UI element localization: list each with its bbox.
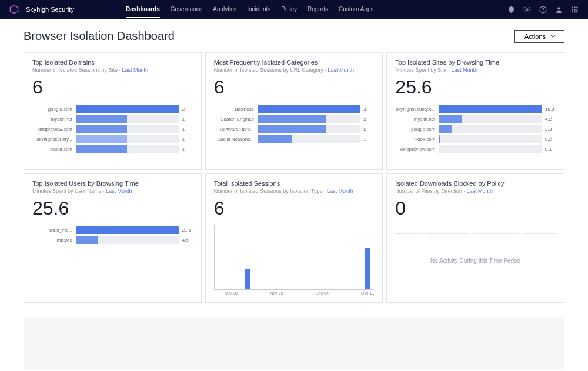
bar-value: 18.9 (544, 106, 556, 112)
empty-state: No Activity During this Time Period (395, 233, 556, 288)
bar-fill (439, 125, 451, 133)
nav-dashboards[interactable]: Dashboards (126, 1, 160, 18)
bar-row: mysitn.net1 (32, 114, 193, 124)
column-bar (245, 269, 250, 289)
nav-custom-apps[interactable]: Custom Apps (339, 1, 373, 18)
card-metric: 6 (214, 76, 375, 98)
card-title: Top Isolated Sites by Browsing Time (395, 59, 556, 66)
card-downloads-blocked[interactable]: Isolated Downloads Blocked by Policy Num… (386, 173, 564, 303)
bar-row: skyhighsecurity.c...18.9 (395, 104, 556, 114)
card-metric: 25.6 (395, 76, 556, 98)
apps-grid-icon[interactable] (571, 6, 579, 14)
x-tick: Nov 25 (270, 291, 283, 295)
navbar-left: Skyhigh Security DashboardsGovernanceAna… (9, 1, 373, 18)
card-top-domains[interactable]: Top Isolated Domains Number of Isolated … (24, 52, 202, 170)
bar-row: Search Engines2 (214, 114, 375, 124)
bar-row: mysitn.net4.2 (395, 114, 556, 124)
bar-label: google.com (32, 106, 74, 112)
user-icon[interactable] (555, 6, 563, 14)
bar-label: skyhighsecurity... (32, 136, 74, 142)
bar-fill (439, 115, 462, 123)
bar-track (76, 115, 179, 123)
card-total-sessions[interactable]: Total Isolated Sessions Number of Isolat… (205, 173, 383, 303)
bar-row: oktapreview.com0.1 (395, 144, 556, 154)
bar-row: tarun_ma...21.1 (32, 225, 193, 235)
bar-fill (76, 236, 98, 244)
card-subtitle: Number of Isolated Sessions by Site · La… (32, 67, 193, 73)
bar-fill (76, 226, 179, 234)
nav-governance[interactable]: Governance (171, 1, 202, 18)
bar-fill (76, 125, 127, 133)
bar-value: 0.2 (544, 136, 556, 142)
svg-marker-0 (10, 5, 18, 13)
card-title: Total Isolated Sessions (214, 180, 375, 187)
bar-label: google.com (395, 126, 436, 132)
card-subtitle: Number of Files by Direction · Last Mont… (395, 188, 556, 194)
bar-value: 1 (181, 146, 193, 152)
x-tick: Nov 20 (225, 291, 238, 295)
bar-label: tiktok.com (395, 136, 436, 142)
bar-track (258, 115, 360, 123)
page-title: Browser Isolation Dashboard (24, 29, 175, 43)
top-navbar: Skyhigh Security DashboardsGovernanceAna… (0, 0, 588, 19)
bar-fill (439, 135, 440, 143)
bar-row: tiktok.com0.2 (395, 134, 556, 144)
bar-fill (76, 135, 127, 143)
bar-label: oktapreview.com (395, 146, 436, 152)
svg-rect-6 (574, 6, 575, 8)
svg-rect-9 (574, 9, 575, 10)
card-metric: 0 (395, 198, 556, 219)
bar-value: 2.3 (544, 126, 556, 132)
nav-policy[interactable]: Policy (281, 1, 297, 18)
svg-rect-12 (574, 11, 575, 12)
card-top-users-time[interactable]: Top Isolated Users by Browsing Time Minu… (24, 173, 202, 303)
bar-value: 21.1 (181, 228, 193, 233)
bar-track (76, 226, 179, 234)
bar-value: 2 (362, 126, 374, 132)
svg-rect-8 (572, 9, 573, 10)
bar-label: skyhighsecurity.c... (395, 106, 436, 112)
help-icon[interactable]: ? (539, 6, 547, 14)
logo-icon (9, 5, 19, 14)
bar-fill (76, 145, 127, 153)
svg-point-1 (526, 8, 528, 10)
card-top-categories[interactable]: Most Frequently Isolated Categories Numb… (205, 52, 383, 170)
svg-rect-7 (576, 6, 577, 8)
bar-fill (76, 115, 127, 123)
bar-row: mcafee4.5 (32, 235, 193, 245)
bar-label: mysitn.net (395, 116, 436, 122)
actions-label: Actions (524, 33, 546, 40)
page-header: Browser Isolation Dashboard Actions (0, 19, 588, 49)
x-tick: Dec 11 (361, 291, 374, 295)
column-bar (365, 248, 370, 289)
card-metric: 6 (32, 76, 193, 98)
bar-track (76, 236, 179, 244)
card-top-sites-time[interactable]: Top Isolated Sites by Browsing Time Minu… (386, 52, 564, 170)
main-nav: DashboardsGovernanceAnalyticsIncidentsPo… (126, 1, 374, 18)
shield-icon[interactable] (507, 6, 515, 14)
svg-rect-11 (572, 11, 573, 12)
bar-track (439, 145, 542, 153)
chart-top-users-time: tarun_ma...21.1mcafee4.5 (32, 225, 193, 245)
bar-track (258, 105, 360, 113)
actions-button[interactable]: Actions (514, 30, 564, 43)
card-metric: 25.6 (32, 198, 193, 219)
card-title: Top Isolated Domains (32, 59, 193, 66)
svg-text:?: ? (542, 7, 544, 12)
bar-value: 1 (362, 136, 374, 142)
bar-label: mcafee (32, 238, 74, 243)
bar-value: 4.5 (181, 238, 193, 243)
svg-point-4 (557, 7, 560, 9)
chart-top-categories: Business3Search Engines2Software/Hard...… (214, 104, 375, 144)
bar-row: google.com2.3 (395, 124, 556, 134)
card-title: Isolated Downloads Blocked by Policy (395, 180, 556, 187)
nav-incidents[interactable]: Incidents (247, 1, 270, 18)
bar-track (439, 105, 542, 113)
bar-row: tiktok.com1 (32, 144, 193, 154)
bar-value: 3 (362, 106, 374, 112)
nav-analytics[interactable]: Analytics (213, 1, 236, 18)
bar-value: 4.2 (544, 116, 556, 122)
bar-label: Business (214, 106, 255, 112)
nav-reports[interactable]: Reports (308, 1, 328, 18)
gear-icon[interactable] (523, 6, 531, 14)
